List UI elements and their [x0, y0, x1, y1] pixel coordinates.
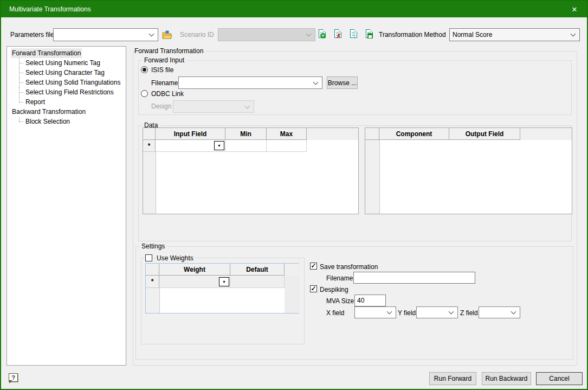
browse-button[interactable]: Browse ... [327, 76, 358, 89]
input-field-column-header: Input Field [156, 128, 225, 140]
scenario-id-combobox [218, 28, 315, 41]
odbc-link-radio-label[interactable]: ODBC Link [151, 90, 184, 98]
save-filename-input[interactable] [353, 272, 475, 284]
tree-item-select-using-solid-triangulations[interactable]: Select Using Solid Triangulations [7, 78, 126, 87]
dialog-multivariate-transformations: Multivariate Transformations ✕ Parameter… [0, 0, 588, 390]
open-folder-icon [162, 30, 172, 39]
forward-input-group-label: Forward Input [142, 56, 186, 65]
tree-item-backward-transformation[interactable]: Backward Transformation [7, 107, 126, 117]
document-delete-icon: ✗ [334, 29, 341, 38]
run-forward-button[interactable]: Run Forward [429, 372, 476, 385]
chevron-down-icon [511, 309, 516, 315]
corner-header-cell [143, 128, 156, 140]
corner-header-cell [365, 128, 379, 140]
cancel-button[interactable]: Cancel [536, 372, 583, 385]
z-field-label: Z field [460, 309, 478, 317]
chevron-down-icon [313, 79, 319, 85]
design-label: Design [151, 103, 171, 110]
max-column-header: Max [267, 128, 307, 140]
input-fields-grid[interactable]: Input Field Min Max * ▼ [143, 127, 359, 214]
chevron-down-icon [449, 309, 454, 315]
save-transformation-checkbox-label[interactable]: Save transformation [320, 263, 378, 271]
default-column-header: Default [230, 264, 285, 276]
tree-item-select-using-numeric-tag[interactable]: Select Using Numeric Tag [7, 58, 126, 68]
z-field-combobox[interactable] [479, 306, 520, 318]
corner-header-cell [146, 264, 159, 276]
chevron-down-icon [387, 309, 392, 315]
filename-label: Filename [151, 79, 178, 87]
y-field-combobox[interactable] [416, 306, 458, 318]
use-weights-checkbox[interactable] [145, 254, 152, 261]
chevron-down-icon [571, 31, 576, 37]
weights-grid[interactable]: Weight Default * ▼ [145, 263, 299, 314]
save-transformation-checkbox[interactable]: ✓ [310, 263, 317, 270]
default-cell[interactable] [230, 276, 285, 288]
x-field-label: X field [326, 309, 344, 317]
output-fields-grid[interactable]: Component Output Field [365, 127, 572, 214]
output-field-column-header: Output Field [449, 128, 520, 140]
transformation-method-value: Normal Score [453, 31, 492, 39]
max-cell[interactable] [267, 140, 307, 152]
tree-item-select-using-field-restrictions[interactable]: Select Using Field Restrictions [7, 87, 126, 97]
mva-size-input[interactable] [354, 295, 386, 306]
despiking-checkbox-label[interactable]: Despiking [320, 286, 348, 293]
add-scenario-button[interactable]: + [318, 29, 331, 42]
new-row-marker: * [143, 140, 156, 152]
despiking-checkbox[interactable]: ✓ [310, 285, 317, 292]
delete-scenario-button[interactable]: ✗ [333, 29, 346, 42]
min-cell[interactable] [225, 140, 267, 152]
chevron-down-icon [306, 31, 312, 37]
title-bar[interactable]: Multivariate Transformations ✕ [1, 1, 587, 17]
chevron-down-icon [245, 103, 250, 108]
input-field-dropdown-button[interactable]: ▼ [214, 141, 224, 150]
document-import-icon: ↓ [350, 29, 357, 38]
use-weights-checkbox-label[interactable]: Use Weights [155, 254, 195, 262]
scenario-id-label: Scenario ID [180, 31, 214, 39]
settings-group-label: Settings [139, 242, 167, 251]
odbc-link-radio[interactable] [141, 90, 148, 97]
transformation-method-combobox[interactable]: Normal Score [449, 28, 580, 41]
navigation-tree[interactable]: Forward Transformation Select Using Nume… [7, 46, 126, 366]
document-save-icon [366, 29, 373, 38]
forward-transformation-group-label: Forward Transformation [133, 47, 205, 55]
tree-item-select-using-character-tag[interactable]: Select Using Character Tag [7, 68, 126, 78]
y-field-label: Y field [398, 309, 416, 317]
tree-item-report[interactable]: Report [7, 97, 126, 107]
save-filename-label: Filename [326, 274, 353, 282]
window-title: Multivariate Transformations [9, 5, 91, 13]
parameters-file-label: Parameters file [10, 31, 54, 39]
design-combobox [173, 100, 254, 113]
transformation-method-label: Transformation Method [379, 31, 446, 39]
help-icon: ? [11, 374, 15, 381]
import-scenario-button[interactable]: ↓ [349, 29, 362, 42]
min-column-header: Min [225, 128, 267, 140]
document-add-icon: + [319, 29, 326, 38]
weight-dropdown-button[interactable]: ▼ [219, 277, 229, 286]
filename-combobox[interactable] [178, 76, 322, 89]
tree-item-block-selection[interactable]: Block Selection [7, 117, 126, 126]
isis-file-radio[interactable] [141, 66, 148, 73]
x-field-combobox[interactable] [354, 306, 396, 318]
isis-file-radio-label[interactable]: ISIS file [151, 66, 173, 74]
chevron-down-icon [149, 31, 154, 37]
component-column-header: Component [379, 128, 449, 140]
save-scenario-button[interactable] [365, 29, 378, 42]
close-icon[interactable]: ✕ [562, 1, 587, 17]
run-backward-button[interactable]: Run Backward [482, 372, 531, 385]
open-parameters-folder-button[interactable] [160, 28, 173, 41]
row-header-column [365, 140, 380, 214]
parameters-file-combobox[interactable] [53, 28, 158, 41]
new-row-marker: * [146, 276, 159, 288]
weight-column-header: Weight [159, 264, 230, 276]
mva-size-label: MVA Size [326, 297, 354, 305]
tree-item-forward-transformation[interactable]: Forward Transformation [7, 48, 126, 58]
help-button[interactable]: ? [9, 373, 18, 382]
